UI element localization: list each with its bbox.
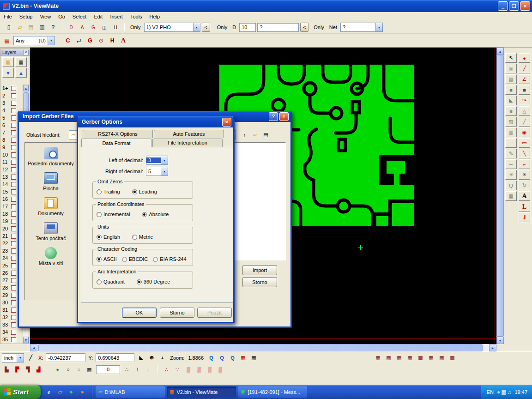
radio-button-icon[interactable] — [142, 212, 147, 217]
radio-button-icon[interactable] — [97, 257, 102, 262]
right-of-decimal-combo[interactable]: 5 ▾ — [146, 167, 168, 176]
tab-data-format[interactable]: Data Format — [81, 139, 151, 147]
quad-2-icon[interactable]: ▛ — [12, 365, 22, 374]
layer-color-swatch[interactable] — [11, 322, 16, 327]
dots-a-icon[interactable]: ∴ — [162, 365, 171, 374]
chevron-down-icon[interactable]: ▾ — [48, 36, 54, 45]
letter-a-icon[interactable]: A — [118, 36, 128, 45]
ie-icon[interactable]: e — [44, 387, 54, 397]
radio-button-icon[interactable] — [97, 279, 102, 284]
thin-diag-icon[interactable]: ╱ — [519, 117, 530, 127]
radio-english[interactable]: English — [97, 234, 120, 240]
menu-help[interactable]: Help — [146, 13, 164, 20]
filter-g-icon[interactable]: G — [88, 23, 98, 32]
open-folder-icon[interactable]: ▱ — [15, 23, 25, 32]
canvas-horizontal-scrollbar[interactable]: ◄ ► — [30, 344, 496, 351]
letter-a-tool-icon[interactable]: A — [519, 191, 530, 201]
scroll-right-icon[interactable]: ► — [489, 344, 496, 351]
pad-grid-1-icon[interactable]: ▦ — [373, 353, 383, 362]
mirror-tri-icon[interactable]: △ — [519, 106, 530, 116]
any-filter-combo[interactable]: Any (U) ▾ — [13, 36, 55, 45]
layer-color-swatch[interactable] — [11, 234, 16, 239]
scroll-up-icon[interactable]: ▲ — [23, 85, 29, 91]
chevron-down-icon[interactable]: ▾ — [375, 23, 382, 31]
tab-file-interpretation[interactable]: File Interpretation — [152, 139, 223, 147]
quad-4-icon[interactable]: ▟ — [34, 365, 43, 374]
scroll-up-icon[interactable]: ▲ — [496, 48, 504, 55]
layer-color-swatch[interactable] — [11, 293, 16, 298]
layers-panel-close-icon[interactable]: × — [23, 50, 29, 55]
dialog-close-button[interactable]: × — [279, 112, 289, 121]
tab-auto-features[interactable]: Auto Features — [154, 130, 224, 138]
chevron-down-icon[interactable]: ▾ — [17, 354, 24, 362]
dcode-query-field[interactable]: ? — [257, 23, 299, 32]
scroll-thumb[interactable] — [38, 344, 483, 351]
maximize-button[interactable]: ❐ — [509, 1, 519, 11]
hatch-icon[interactable]: ▨ — [505, 117, 517, 127]
layer-color-swatch[interactable] — [11, 308, 16, 313]
chevron-down-icon[interactable]: ▾ — [161, 156, 168, 164]
gerber-dialog-titlebar[interactable]: Gerber Options × — [78, 116, 233, 127]
layer-grid-b-icon[interactable]: ▦ — [15, 57, 27, 67]
new-file-icon[interactable]: ▯ — [4, 23, 14, 32]
printer-icon[interactable]: ▦ — [505, 191, 517, 201]
menu-file[interactable]: File — [0, 13, 16, 20]
net-combo[interactable]: ? ▾ — [340, 23, 383, 32]
layer-color-swatch[interactable] — [11, 101, 16, 106]
start-button[interactable]: Start — [0, 385, 41, 399]
layer-color-swatch[interactable] — [11, 189, 16, 194]
dots-b-icon[interactable]: ∵ — [172, 365, 182, 374]
radio-trailing[interactable]: Trailing — [97, 189, 120, 194]
menu-go[interactable]: Go — [54, 13, 69, 20]
radio-button-icon[interactable] — [137, 279, 142, 284]
drop-bar-icon[interactable]: ↓ — [143, 365, 153, 374]
scroll-down-icon[interactable]: ▼ — [496, 337, 504, 344]
layer-color-swatch[interactable] — [11, 219, 16, 224]
minus-icon[interactable]: ─ — [505, 159, 517, 169]
layer-row-34[interactable]: 34 — [0, 328, 23, 336]
layer-row-2[interactable]: 2 — [0, 92, 23, 99]
layer-color-swatch[interactable] — [11, 115, 16, 121]
layer-color-swatch[interactable] — [11, 197, 16, 202]
lamp-1-icon[interactable]: ○ — [63, 365, 73, 374]
table-plain-icon[interactable]: ▦ — [249, 353, 259, 362]
help-pointer-icon[interactable]: ? — [48, 23, 58, 32]
views-icon[interactable]: ▤ — [261, 130, 271, 139]
taskbar-task-191-482-091-mess[interactable]: ▣[191-482-091] - Mess... — [238, 387, 307, 398]
letter-g-icon[interactable]: G — [85, 36, 95, 45]
place-network[interactable]: Místa v síti — [25, 247, 77, 266]
layer-color-swatch[interactable] — [11, 108, 16, 113]
layer-up-icon[interactable]: ▲ — [15, 68, 27, 78]
only-net-toggle[interactable]: Only — [314, 24, 324, 30]
layer-color-swatch[interactable] — [11, 175, 16, 180]
layer-down-icon[interactable]: ▼ — [2, 68, 14, 78]
letter-c-icon[interactable]: C — [63, 36, 73, 45]
anchor-down-icon[interactable]: ⊥ — [133, 365, 142, 374]
swap-circle-icon[interactable]: ⊙ — [96, 36, 106, 45]
ruler-diag-icon[interactable]: ╱ — [26, 353, 36, 362]
filter-d-icon[interactable]: D — [66, 23, 76, 32]
language-indicator[interactable]: EN — [487, 389, 494, 395]
only-dcode-toggle[interactable]: Only — [217, 24, 228, 30]
red-grid-3-icon[interactable]: ▒ — [205, 365, 215, 374]
layer-color-swatch[interactable] — [11, 123, 16, 128]
layer-color-swatch[interactable] — [11, 315, 16, 320]
layer-color-swatch[interactable] — [11, 285, 16, 290]
storno-button[interactable]: Storno — [160, 308, 194, 318]
swap-squares-icon[interactable]: ⇄ — [74, 36, 84, 45]
dcode-field[interactable]: 10 — [239, 23, 256, 32]
radio-button-icon[interactable] — [122, 257, 127, 262]
radio-quadrant[interactable]: Quadrant — [97, 279, 125, 284]
taskbar-task-v2-bin-viewmate[interactable]: ▦V2.bin - ViewMate — [167, 387, 236, 398]
gear-icon[interactable]: ✳ — [519, 170, 530, 180]
pad-grid-6-icon[interactable]: ▦ — [437, 353, 447, 362]
layer-color-swatch[interactable] — [11, 248, 16, 254]
only-layer-toggle[interactable]: Only — [130, 24, 141, 30]
layer-color-swatch[interactable] — [11, 204, 16, 209]
save-icon[interactable]: ▤ — [26, 23, 36, 32]
radio-incremental[interactable]: Incremental — [97, 212, 130, 217]
quick-folder-icon[interactable]: ▱ — [55, 387, 65, 397]
tray-display-icon[interactable]: ▦ — [501, 389, 506, 395]
menu-select[interactable]: Select — [69, 13, 91, 20]
traffic-light-icon[interactable]: ● — [53, 365, 62, 374]
